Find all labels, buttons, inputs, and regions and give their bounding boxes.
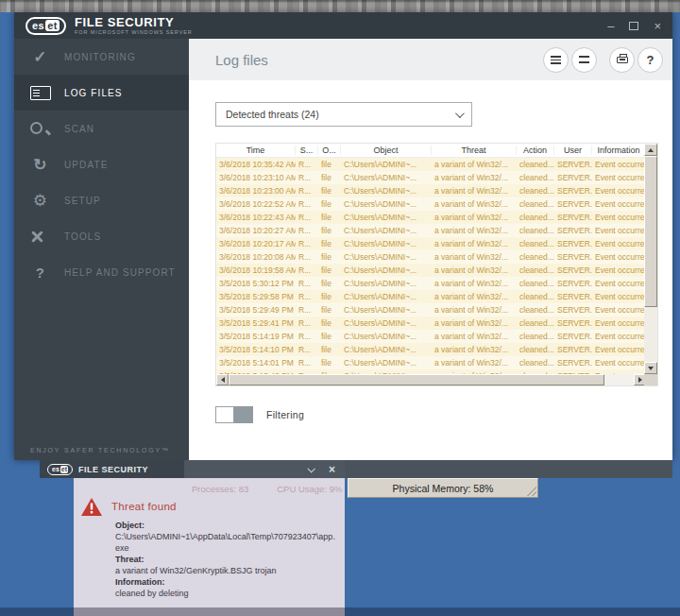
table-cell: cleaned...	[517, 213, 554, 222]
log-type-dropdown[interactable]: Detected threats (24)	[215, 102, 472, 127]
table-row[interactable]: 3/6/2018 10:22:43 AMR...fileC:\Users\ADM…	[216, 211, 646, 224]
table-cell: SERVER...	[554, 292, 592, 301]
notification-close-button[interactable]: ×	[329, 465, 335, 474]
sidebar-item-help-and-support[interactable]: HELP AND SUPPORT	[14, 254, 189, 290]
table-row[interactable]: 3/5/2018 5:14:01 PMR...fileC:\Users\ADMI…	[216, 356, 646, 369]
horizontal-scroll-thumb[interactable]	[229, 374, 604, 385]
sidebar-item-monitoring[interactable]: MONITORING	[14, 39, 189, 75]
table-cell: a variant of Win32/...	[432, 226, 517, 235]
search-icon	[30, 122, 51, 136]
notification-title: FILE SECURITY	[78, 465, 148, 474]
table-row[interactable]: 3/6/2018 10:20:08 AMR...fileC:\Users\ADM…	[216, 250, 646, 264]
horizontal-scrollbar[interactable]	[216, 374, 646, 385]
background-window-band	[345, 460, 672, 478]
scrollbar-corner	[644, 374, 657, 385]
table-cell: cleaned...	[517, 160, 554, 169]
table-cell: a variant of Win32/...	[432, 213, 517, 222]
chevron-down-icon	[455, 109, 465, 118]
table-cell: R...	[296, 265, 318, 275]
sidebar-item-label: SETUP	[64, 196, 101, 206]
table-row[interactable]: 3/5/2018 5:14:10 PMR...fileC:\Users\ADMI…	[216, 343, 646, 356]
taskmanager-memory-bar: Physical Memory: 58%	[348, 478, 538, 498]
column-header[interactable]: Threat	[432, 145, 517, 155]
sidebar-item-log-files[interactable]: LOG FILES	[14, 75, 189, 111]
vertical-scrollbar[interactable]	[644, 144, 657, 374]
table-cell: Event occurre...	[592, 292, 646, 301]
close-button[interactable]: ×	[654, 20, 661, 32]
table-cell: cleaned...	[517, 305, 554, 315]
sidebar-item-label: UPDATE	[64, 160, 108, 170]
collapse-view-button[interactable]	[571, 47, 597, 73]
threat-label: Threat:	[115, 554, 335, 565]
column-header[interactable]: Information	[592, 145, 646, 155]
sidebar-item-label: MONITORING	[64, 52, 136, 62]
filtering-toggle[interactable]	[215, 406, 253, 423]
table-header-row: TimeS...O...ObjectThreatActionUserInform…	[216, 144, 646, 158]
table-row[interactable]: 3/6/2018 10:19:58 AMR...fileC:\Users\ADM…	[216, 264, 646, 277]
filtering-label: Filtering	[266, 409, 304, 420]
column-header[interactable]: O...	[318, 145, 341, 155]
column-header[interactable]: Time	[216, 145, 296, 155]
table-cell: file	[318, 265, 341, 275]
table-body: 3/6/2018 10:35:42 AMR...fileC:\Users\ADM…	[216, 158, 646, 374]
table-row[interactable]: 3/6/2018 10:20:27 AMR...fileC:\Users\ADM…	[216, 224, 646, 237]
table-row[interactable]: 3/6/2018 10:23:00 AMR...fileC:\Users\ADM…	[216, 184, 646, 197]
sidebar-item-setup[interactable]: SETUP	[14, 182, 189, 218]
table-row[interactable]: 3/5/2018 5:30:12 PMR...fileC:\Users\ADMI…	[216, 277, 646, 290]
table-cell: a variant of Win32/...	[432, 173, 517, 182]
table-cell: R...	[296, 358, 318, 368]
sidebar-item-update[interactable]: UPDATE	[14, 146, 189, 182]
print-button[interactable]	[609, 47, 635, 73]
table-cell: a variant of Win32/...	[432, 160, 517, 169]
scroll-down-button[interactable]	[644, 362, 657, 374]
table-cell: C:\Users\ADMINI~...	[341, 199, 432, 209]
refresh-icon	[30, 154, 51, 175]
table-cell: 3/6/2018 10:20:08 AM	[216, 252, 296, 262]
table-row[interactable]: 3/5/2018 5:29:41 PMR...fileC:\Users\ADMI…	[216, 317, 646, 330]
table-row[interactable]: 3/5/2018 5:14:19 PMR...fileC:\Users\ADMI…	[216, 330, 646, 343]
table-cell: 3/6/2018 10:20:27 AM	[216, 226, 296, 235]
help-button[interactable]: ?	[638, 47, 663, 73]
column-header[interactable]: Action	[517, 145, 554, 155]
table-cell: R...	[296, 332, 318, 341]
eset-logo-et: et	[60, 466, 68, 473]
table-cell: SERVER...	[554, 265, 592, 275]
sidebar-item-scan[interactable]: SCAN	[14, 111, 189, 146]
table-row[interactable]: 3/6/2018 10:20:17 AMR...fileC:\Users\ADM…	[216, 237, 646, 250]
table-cell: SERVER...	[554, 358, 592, 368]
table-cell: 3/6/2018 10:23:00 AM	[216, 186, 296, 196]
column-header[interactable]: S...	[296, 145, 318, 155]
column-header[interactable]: User	[554, 145, 592, 155]
print-icon	[617, 57, 628, 63]
check-icon	[30, 46, 51, 67]
scroll-left-button[interactable]	[216, 374, 229, 385]
collapse-chevron-icon[interactable]	[307, 465, 314, 472]
table-row[interactable]: 3/5/2018 5:29:49 PMR...fileC:\Users\ADMI…	[216, 303, 646, 317]
table-row[interactable]: 3/6/2018 10:22:52 AMR...fileC:\Users\ADM…	[216, 197, 646, 211]
table-cell: R...	[296, 186, 318, 196]
table-cell: a variant of Win32/...	[432, 239, 517, 248]
minimize-button[interactable]: –	[607, 20, 614, 32]
notification-titlebar[interactable]: eset FILE SECURITY ×	[40, 460, 345, 478]
table-cell: a variant of Win32/...	[432, 292, 517, 301]
question-icon	[30, 262, 51, 282]
table-row[interactable]: 3/6/2018 10:23:10 AMR...fileC:\Users\ADM…	[216, 171, 646, 184]
table-row[interactable]: 3/6/2018 10:35:42 AMR...fileC:\Users\ADM…	[216, 158, 646, 171]
column-header[interactable]: Object	[341, 145, 432, 155]
table-cell: Event occurre...	[592, 239, 646, 248]
table-cell: cleaned...	[517, 358, 554, 368]
maximize-button[interactable]	[629, 22, 638, 30]
product-title: FILE SECURITY	[75, 16, 193, 28]
vertical-scroll-thumb[interactable]	[644, 156, 657, 307]
table-row[interactable]: 3/5/2018 5:29:58 PMR...fileC:\Users\ADMI…	[216, 290, 646, 303]
cpu-usage-value: CPU Usage: 9%	[277, 484, 342, 494]
table-cell: C:\Users\ADMINI~...	[341, 318, 432, 328]
background-window-strip	[0, 0, 680, 12]
scroll-up-button[interactable]	[644, 144, 657, 156]
threat-value: a variant of Win32/GenKryptik.BSJG troja…	[115, 565, 335, 576]
list-view-button[interactable]	[543, 47, 569, 73]
table-cell: 3/6/2018 10:22:43 AM	[216, 213, 296, 222]
sidebar-item-tools[interactable]: TOOLS	[14, 218, 189, 254]
table-cell: C:\Users\ADMINI~...	[341, 265, 432, 275]
resize-grip-icon[interactable]	[527, 487, 536, 496]
